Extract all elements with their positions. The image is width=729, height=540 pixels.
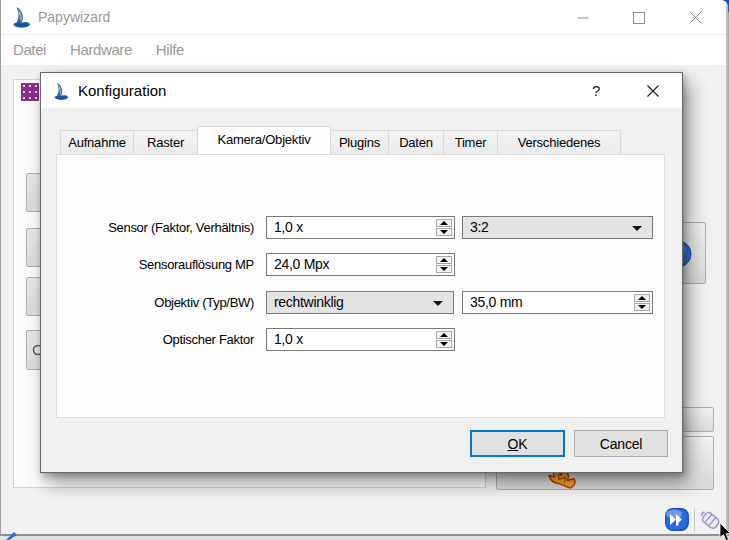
tab-kamera-objektiv[interactable]: Kamera/Objektiv xyxy=(197,126,331,154)
tab-pane xyxy=(56,154,665,418)
label-objektiv: Objektiv (Typ/BW) xyxy=(70,291,254,314)
menubar: Datei Hardware Hilfe xyxy=(1,35,728,65)
fast-forward-icon[interactable] xyxy=(665,508,689,531)
window-border-left xyxy=(0,0,1,537)
combo-sensor-ratio-arrow xyxy=(632,226,642,231)
spinbox-sensoraufloesung-buttons[interactable] xyxy=(435,255,453,274)
dialog-close-button[interactable] xyxy=(633,73,673,108)
main-titlebar[interactable]: Papywizard xyxy=(0,0,729,35)
mosaic-grid-icon[interactable] xyxy=(21,83,39,101)
cancel-button[interactable]: Cancel xyxy=(574,430,668,457)
label-sensoraufloesung: Sensorauflösung MP xyxy=(70,253,254,276)
menu-datei[interactable]: Datei xyxy=(1,35,58,65)
maximize-icon xyxy=(633,12,645,24)
combo-objektiv-typ-arrow xyxy=(433,301,443,306)
window-border-bottom xyxy=(0,534,729,540)
spinbox-sensor-faktor-value: 1,0 x xyxy=(274,219,303,235)
spinbox-sensor-faktor[interactable]: 1,0 x xyxy=(266,216,455,239)
dialog-help-button[interactable]: ? xyxy=(576,73,616,108)
tab-timer[interactable]: Timer xyxy=(443,130,498,154)
label-sensor-faktor: Sensor (Faktor, Verhältnis) xyxy=(70,216,254,239)
mouse-cursor xyxy=(719,523,729,540)
tab-raster[interactable]: Raster xyxy=(133,130,198,154)
edge-fragment-top-right xyxy=(720,0,729,14)
combo-sensor-ratio[interactable]: 3:2 xyxy=(462,216,653,239)
minimize-button[interactable] xyxy=(559,0,606,35)
tab-verschiedenes[interactable]: Verschiedenes xyxy=(497,130,621,154)
maximize-button[interactable] xyxy=(615,0,662,35)
spinbox-brennweite-value: 35,0 mm xyxy=(470,294,522,310)
tab-plugins[interactable]: Plugins xyxy=(330,130,389,154)
tab-aufnahme[interactable]: Aufnahme xyxy=(60,130,134,154)
spinbox-sensoraufloesung-value: 24,0 Mpx xyxy=(274,256,329,272)
main-window-title: Papywizard xyxy=(38,0,110,35)
close-icon xyxy=(689,11,702,24)
spinbox-optischer-faktor-value: 1,0 x xyxy=(274,331,303,347)
minimize-icon xyxy=(577,12,589,24)
spinbox-sensor-faktor-buttons[interactable] xyxy=(435,218,453,237)
screen: Papywizard Datei Hardware Hilfe xyxy=(0,0,729,540)
close-button[interactable] xyxy=(672,0,719,35)
dialog-title: Konfiguration xyxy=(78,73,166,108)
combo-objektiv-typ[interactable]: rechtwinklig xyxy=(266,291,454,314)
ok-button-rest: K xyxy=(518,436,527,452)
papywizard-logo-icon xyxy=(11,6,33,29)
dialog-close-icon xyxy=(647,85,659,97)
spinbox-sensoraufloesung[interactable]: 24,0 Mpx xyxy=(266,253,455,276)
spinbox-optischer-faktor[interactable]: 1,0 x xyxy=(266,328,455,351)
combo-objektiv-typ-value: rechtwinklig xyxy=(274,294,344,310)
dialog-titlebar[interactable]: Konfiguration ? xyxy=(41,73,682,108)
edge-fragment-bottom-left xyxy=(4,531,18,540)
ok-button[interactable]: OK xyxy=(470,430,565,457)
dialog-logo-icon xyxy=(52,82,71,101)
konfiguration-dialog: Konfiguration ? Aufnahme Raster Kamera/O… xyxy=(40,72,683,473)
label-optischer-faktor: Optischer Faktor xyxy=(70,328,254,351)
statusbar-separator xyxy=(694,508,695,532)
ok-button-mnemonic: O xyxy=(508,436,519,452)
menu-hilfe[interactable]: Hilfe xyxy=(144,35,196,65)
menu-hardware[interactable]: Hardware xyxy=(58,35,144,65)
spinbox-brennweite-buttons[interactable] xyxy=(633,293,651,312)
spinbox-optischer-faktor-buttons[interactable] xyxy=(435,330,453,349)
tab-daten[interactable]: Daten xyxy=(388,130,444,154)
spinbox-brennweite[interactable]: 35,0 mm xyxy=(462,291,653,314)
combo-sensor-ratio-value: 3:2 xyxy=(470,219,489,235)
tab-bar: Aufnahme Raster Kamera/Objektiv Plugins … xyxy=(60,127,621,154)
